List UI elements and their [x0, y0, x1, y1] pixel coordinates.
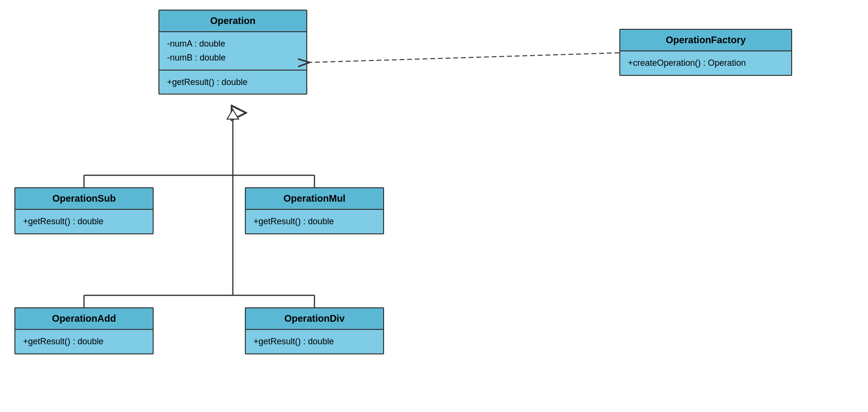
class-operation-attributes: -numA : double -numB : double: [159, 32, 306, 71]
class-sub-header: OperationSub: [15, 188, 153, 210]
class-factory-methods: +createOperation() : Operation: [620, 51, 791, 75]
method-createOperation: +createOperation() : Operation: [628, 56, 784, 70]
class-operation-factory: OperationFactory +createOperation() : Op…: [619, 29, 792, 76]
diagram-container: Operation -numA : double -numB : double …: [0, 0, 868, 412]
method-div-getResult: +getResult() : double: [253, 335, 375, 349]
class-factory-header: OperationFactory: [620, 30, 791, 51]
class-div-header: OperationDiv: [246, 308, 383, 330]
attr-numB: -numB : double: [167, 51, 299, 65]
class-mul-methods: +getResult() : double: [246, 210, 383, 233]
class-operation: Operation -numA : double -numB : double …: [158, 10, 307, 95]
method-sub-getResult: +getResult() : double: [23, 215, 145, 229]
method-getResult: +getResult() : double: [167, 75, 299, 89]
method-add-getResult: +getResult() : double: [23, 335, 145, 349]
class-operation-mul: OperationMul +getResult() : double: [245, 187, 384, 234]
class-operation-sub: OperationSub +getResult() : double: [14, 187, 154, 234]
class-operation-div: OperationDiv +getResult() : double: [245, 307, 384, 354]
class-operation-methods: +getResult() : double: [159, 71, 306, 94]
class-mul-header: OperationMul: [246, 188, 383, 210]
class-sub-methods: +getResult() : double: [15, 210, 153, 233]
attr-numA: -numA : double: [167, 37, 299, 51]
class-add-header: OperationAdd: [15, 308, 153, 330]
class-div-methods: +getResult() : double: [246, 330, 383, 353]
class-operation-header: Operation: [159, 11, 306, 32]
dependency-arrow-factory-to-operation: [310, 53, 619, 62]
class-operation-add: OperationAdd +getResult() : double: [14, 307, 154, 354]
inheritance-triangle: [227, 109, 239, 119]
method-mul-getResult: +getResult() : double: [253, 215, 375, 229]
class-add-methods: +getResult() : double: [15, 330, 153, 353]
